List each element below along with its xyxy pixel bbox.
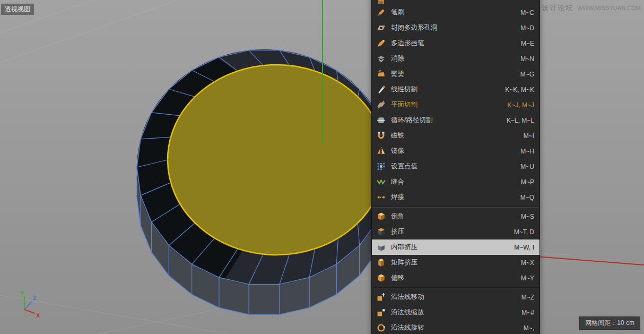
menu-item-label: 焊接 [391, 193, 514, 202]
loop-cut-icon [377, 116, 386, 125]
menu-item-label: 内部挤压 [391, 243, 508, 252]
menu-item-offset[interactable]: 偏移 M~Y [372, 270, 539, 286]
menu-item-shortcut: M~U [520, 163, 534, 170]
menu-item-shortcut: M~P [521, 178, 534, 186]
menu-item-label: 沿法线旋转 [391, 323, 517, 332]
extrude-icon [377, 227, 386, 236]
menu-item-bevel[interactable]: 倒角 M~S [372, 209, 539, 224]
menu-item-shortcut: M~G [520, 71, 534, 78]
iron-icon [377, 70, 386, 79]
menu-item-label: 沿法线移动 [391, 293, 515, 302]
menu-item-label: 熨烫 [391, 70, 514, 79]
menu-item-label: 笔刷 [391, 8, 514, 17]
menu-item-shortcut: M~T, D [514, 228, 534, 236]
menu-item-shortcut: M~H [520, 148, 534, 155]
menu-item-plane-cut[interactable]: 平面切割 K~J, M~J [372, 97, 539, 113]
menu-item-label: 倒角 [391, 212, 515, 221]
watermark-site-url: WWW.MISSYUAN.COM [577, 5, 641, 11]
axis-x-label: X [36, 312, 40, 319]
polygon-pen-icon [377, 39, 386, 48]
view-label: 透视视图 [1, 4, 34, 15]
menu-item-shortcut: M~N [520, 55, 534, 63]
menu-item-label: 线性切割 [391, 85, 499, 94]
menu-item-polygon-pen[interactable]: 多边形画笔 M~E [372, 36, 539, 51]
menu-item-shortcut: M~# [521, 309, 534, 316]
menu-item-move-along-normals[interactable]: 沿法线移动 M~Z [372, 289, 539, 305]
menu-item-label: 矩阵挤压 [391, 258, 515, 267]
menu-item-mirror[interactable]: 镜像 M~H [372, 143, 539, 159]
menu-item-set-point-value[interactable]: 设置点值 M~U [372, 159, 539, 174]
close-hole-icon [377, 23, 386, 32]
menu-item-loop-cut[interactable]: 循环/路径切割 K~L, M~L [372, 113, 539, 128]
menu-item-magnet[interactable]: 磁铁 M~I [372, 128, 539, 143]
magnet-icon [377, 131, 386, 140]
menu-item-shortcut: M~S [521, 213, 534, 220]
line-cut-icon [377, 85, 386, 94]
menu-item-iron[interactable]: 熨烫 M~G [372, 66, 539, 82]
partial-icon [377, 0, 386, 4]
menu-item-label: 沿法线缩放 [391, 308, 515, 317]
menu-item-rotate-along-normals[interactable]: 沿法线旋转 M~, [372, 320, 539, 334]
offset-icon [377, 273, 386, 282]
modeling-context-menu: 笔刷 M~C 封闭多边形孔洞 M~D 多边形画笔 M~E 消除 M~N 熨烫 M… [371, 0, 540, 334]
mirror-icon [377, 147, 386, 156]
menu-item-label: 多边形画笔 [391, 39, 515, 48]
plane-cut-icon [377, 100, 386, 109]
menu-item-shortcut: M~, [524, 324, 534, 332]
menu-item-line-cut[interactable]: 线性切割 K~K, M~K [372, 82, 539, 97]
menu-item-label: 挤压 [391, 227, 508, 236]
menu-item-shortcut: M~E [521, 40, 534, 47]
menu-item-stitch[interactable]: 缝合 M~P [372, 174, 539, 190]
menu-item-shortcut: K~K, M~K [505, 86, 534, 93]
axis-y-label: Y [20, 290, 24, 296]
scale-along-normals-icon [377, 308, 386, 317]
menu-separator [372, 205, 539, 209]
stitch-icon [377, 177, 386, 186]
viewport: 透视视图 思缘设计论坛 WWW.MISSYUAN.COM 网格间距：10 cm … [0, 0, 644, 334]
menu-item-shortcut: M~Z [521, 294, 534, 301]
menu-item-shortcut: M~D [520, 24, 534, 32]
bevel-icon [377, 212, 386, 221]
watermark: 思缘设计论坛 WWW.MISSYUAN.COM [526, 3, 641, 13]
set-point-value-icon [377, 162, 386, 171]
menu-item-label: 封闭多边形孔洞 [391, 23, 514, 32]
dissolve-icon [377, 54, 386, 63]
menu-item-label: 平面切割 [391, 100, 501, 109]
menu-separator [372, 286, 539, 289]
viewport-canvas[interactable] [0, 0, 644, 334]
menu-item-shortcut: M~X [521, 259, 534, 267]
menu-item-shortcut: M~Q [520, 194, 534, 201]
menu-item-shortcut: M~Y [521, 275, 534, 282]
menu-item-partial[interactable] [372, 0, 539, 5]
menu-item-close-hole[interactable]: 封闭多边形孔洞 M~D [372, 20, 539, 36]
menu-item-matrix-extrude[interactable]: 矩阵挤压 M~X [372, 255, 539, 270]
menu-item-shortcut: K~J, M~J [507, 101, 534, 109]
grid-spacing-label: 网格间距：10 cm [579, 316, 640, 330]
axis-z-label: Z [33, 295, 37, 301]
menu-item-label: 缝合 [391, 177, 515, 186]
menu-item-label: 偏移 [391, 273, 515, 282]
weld-icon [377, 193, 386, 202]
extrude-inner-icon [377, 243, 386, 252]
menu-item-label: 消除 [391, 54, 514, 63]
rotate-along-normals-icon [377, 323, 386, 332]
menu-item-extrude-inner[interactable]: 内部挤压 M~W, I [372, 239, 539, 255]
menu-item-label: 设置点值 [391, 162, 514, 171]
menu-item-shortcut: K~L, M~L [507, 117, 534, 124]
menu-item-shortcut: M~W, I [514, 244, 534, 251]
matrix-extrude-icon [377, 258, 386, 267]
menu-item-shortcut: M~C [520, 9, 534, 16]
menu-item-extrude[interactable]: 挤压 M~T, D [372, 224, 539, 239]
menu-item-scale-along-normals[interactable]: 沿法线缩放 M~# [372, 305, 539, 320]
menu-item-label: 镜像 [391, 147, 514, 156]
axis-gizmo: Y Z X [15, 288, 52, 325]
menu-item-weld[interactable]: 焊接 M~Q [372, 190, 539, 205]
menu-item-brush[interactable]: 笔刷 M~C [372, 5, 539, 20]
brush-icon [377, 8, 386, 17]
menu-item-shortcut: M~I [524, 132, 534, 140]
menu-item-label: 循环/路径切割 [391, 116, 500, 125]
menu-item-label: 磁铁 [391, 131, 517, 140]
menu-item-dissolve[interactable]: 消除 M~N [372, 51, 539, 66]
move-along-normals-icon [377, 293, 386, 302]
